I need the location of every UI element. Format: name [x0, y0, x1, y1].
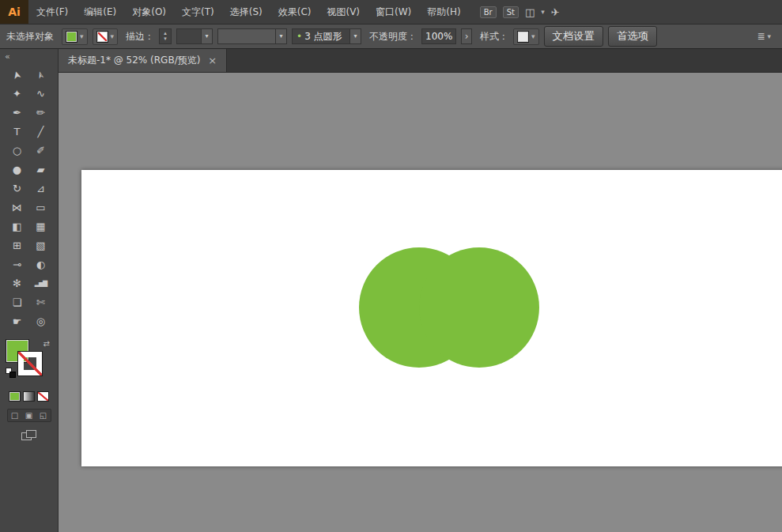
style-dropdown[interactable]: ▾ [513, 28, 539, 45]
color-button[interactable] [9, 391, 21, 402]
swap-fill-stroke-icon[interactable]: ⇄ [43, 339, 50, 348]
free-transform-tool[interactable]: ▭ [30, 198, 52, 217]
document-setup-button[interactable]: 文档设置 [544, 26, 603, 47]
stock-icon[interactable]: St [503, 6, 519, 18]
menu-item-type[interactable]: 文字(T) [174, 0, 222, 24]
control-bar: 未选择对象 ▾ ▾ 描边： ▴ ▾ ▾ ▾ •3 点圆形 ▾ 不透明度： 100… [0, 24, 782, 49]
arrange-documents-icon[interactable]: ◫ [525, 6, 535, 18]
document-tab[interactable]: 未标题-1* @ 52% (RGB/预览) × [59, 49, 227, 72]
spin-down-icon[interactable]: ▾ [164, 36, 167, 42]
close-icon[interactable]: × [208, 55, 217, 66]
green-overlapping-circles-shape[interactable] [359, 247, 539, 368]
lasso-tool[interactable]: ∿ [30, 85, 52, 104]
draw-normal-icon[interactable]: □ [8, 409, 22, 421]
color-type-buttons [9, 391, 49, 402]
direct-selection-tool-icon: ➣ [30, 69, 51, 82]
draw-behind-icon[interactable]: ▣ [22, 409, 36, 421]
pencil-tool[interactable]: ✏ [30, 104, 52, 123]
green-circle-right[interactable] [419, 247, 539, 368]
main-menu: 文件(F) 编辑(E) 对象(O) 文字(T) 选择(S) 效果(C) 视图(V… [28, 0, 469, 24]
stroke-weight-label: 描边： [126, 30, 154, 43]
scale-tool[interactable]: ⊿ [30, 179, 52, 198]
pen-tool[interactable]: ✒ [6, 104, 28, 123]
artboard-content [81, 170, 782, 466]
column-graph-tool[interactable]: ▂▅▇ [30, 274, 52, 293]
fill-color-dropdown[interactable]: ▾ [62, 28, 88, 45]
stroke-color-swatch[interactable] [18, 352, 42, 375]
type-tool[interactable]: T [6, 123, 28, 141]
chevron-down-icon[interactable]: ▾ [349, 29, 361, 43]
mesh-tool[interactable]: ⊞ [6, 236, 28, 255]
direct-selection-tool[interactable]: ➣ [30, 66, 52, 85]
symbol-sprayer-tool[interactable]: ✻ [6, 274, 28, 293]
chevron-down-icon: ▾ [111, 32, 115, 40]
blob-brush-tool[interactable]: ● [6, 160, 28, 179]
tool-grid: ➤ ➣ ✦ ∿ ✒ ✏ T ╱ ○ ✐ ● ▰ ↻ ⊿ ⋈ ▭ ◧ ▦ ⊞ ▧ [6, 66, 52, 331]
control-panel-menu[interactable]: ≣ ▾ [752, 31, 776, 42]
app-logo[interactable]: Ai [0, 0, 28, 24]
tools-panel: « ➤ ➣ ✦ ∿ ✒ ✏ T ╱ ○ ✐ ● ▰ ↻ ⊿ ⋈ ▭ ◧ ▦ ⊞ [0, 49, 59, 532]
menu-item-help[interactable]: 帮助(H) [419, 0, 468, 24]
artboard[interactable] [81, 170, 782, 466]
eraser-tool[interactable]: ▰ [30, 160, 52, 179]
style-swatch [517, 31, 529, 43]
opacity-input[interactable]: 100% [421, 28, 456, 44]
menu-item-effect[interactable]: 效果(C) [270, 0, 319, 24]
menu-item-file[interactable]: 文件(F) [28, 0, 76, 24]
brush-definition-dropdown[interactable]: •3 点圆形 ▾ [292, 28, 361, 44]
chevron-down-icon[interactable]: ▾ [201, 29, 212, 43]
menu-item-edit[interactable]: 编辑(E) [76, 0, 124, 24]
default-fill-stroke-icon[interactable] [6, 368, 17, 379]
brush-preview-icon: • [297, 31, 302, 42]
paintbrush-tool[interactable]: ✐ [30, 141, 52, 160]
ellipse-tool[interactable]: ○ [6, 141, 28, 160]
selection-status: 未选择对象 [6, 30, 54, 43]
document-tab-bar: 未标题-1* @ 52% (RGB/预览) × [59, 49, 782, 73]
drawing-modes: □ ▣ ◱ [7, 409, 51, 422]
blend-tool[interactable]: ◐ [30, 255, 52, 274]
artboard-tool[interactable]: ❏ [6, 293, 28, 312]
perspective-grid-tool[interactable]: ▦ [30, 217, 52, 236]
collapse-panel-button[interactable]: « [0, 49, 15, 64]
menu-item-select[interactable]: 选择(S) [222, 0, 270, 24]
bridge-icon[interactable]: Br [480, 6, 497, 18]
stroke-none-swatch [96, 31, 108, 43]
document-tab-title: 未标题-1* @ 52% (RGB/预览) [68, 54, 200, 67]
cs-live-icon[interactable]: ✈ [551, 6, 560, 18]
preferences-button[interactable]: 首选项 [608, 26, 657, 47]
default-stroke-square [9, 372, 16, 378]
main-area: « ➤ ➣ ✦ ∿ ✒ ✏ T ╱ ○ ✐ ● ▰ ↻ ⊿ ⋈ ▭ ◧ ▦ ⊞ [0, 49, 782, 532]
screen-mode-icon[interactable] [21, 430, 37, 443]
stroke-weight-stepper[interactable]: ▴ ▾ [159, 28, 172, 44]
fill-swatch [66, 31, 77, 43]
slice-tool[interactable]: ✄ [30, 293, 52, 312]
shape-builder-tool[interactable]: ◧ [6, 217, 28, 236]
none-button[interactable] [37, 391, 49, 402]
gradient-button[interactable] [23, 391, 35, 402]
magic-wand-tool[interactable]: ✦ [6, 85, 28, 104]
stroke-weight-dropdown[interactable]: ▾ [176, 28, 213, 44]
menu-bar: Ai 文件(F) 编辑(E) 对象(O) 文字(T) 选择(S) 效果(C) 视… [0, 0, 782, 24]
opacity-panel-arrow[interactable]: › [461, 28, 472, 44]
zoom-tool[interactable]: ◎ [30, 312, 52, 331]
menu-item-object[interactable]: 对象(O) [124, 0, 174, 24]
menu-item-window[interactable]: 窗口(W) [368, 0, 419, 24]
panel-menu-icon: ≣ [757, 31, 765, 42]
brush-name: 3 点圆形 [304, 31, 342, 42]
rotate-tool[interactable]: ↻ [6, 179, 28, 198]
hand-tool[interactable]: ☛ [6, 312, 28, 331]
eyedropper-tool[interactable]: ⊸ [6, 255, 28, 274]
stroke-color-dropdown[interactable]: ▾ [93, 28, 119, 45]
canvas-pasteboard[interactable] [59, 73, 782, 532]
menu-item-view[interactable]: 视图(V) [319, 0, 368, 24]
width-tool[interactable]: ⋈ [6, 198, 28, 217]
chevron-down-icon[interactable]: ▾ [275, 29, 286, 43]
gradient-tool[interactable]: ▧ [30, 236, 52, 255]
chevron-down-icon[interactable]: ▾ [541, 8, 545, 16]
brush-definition-value: •3 点圆形 [293, 30, 349, 43]
draw-inside-icon[interactable]: ◱ [36, 409, 51, 421]
variable-width-profile-dropdown[interactable]: ▾ [217, 28, 287, 44]
menu-bar-right: Br St ◫ ▾ ✈ [480, 6, 560, 18]
line-segment-tool[interactable]: ╱ [30, 123, 52, 141]
selection-tool[interactable]: ➤ [6, 66, 28, 85]
